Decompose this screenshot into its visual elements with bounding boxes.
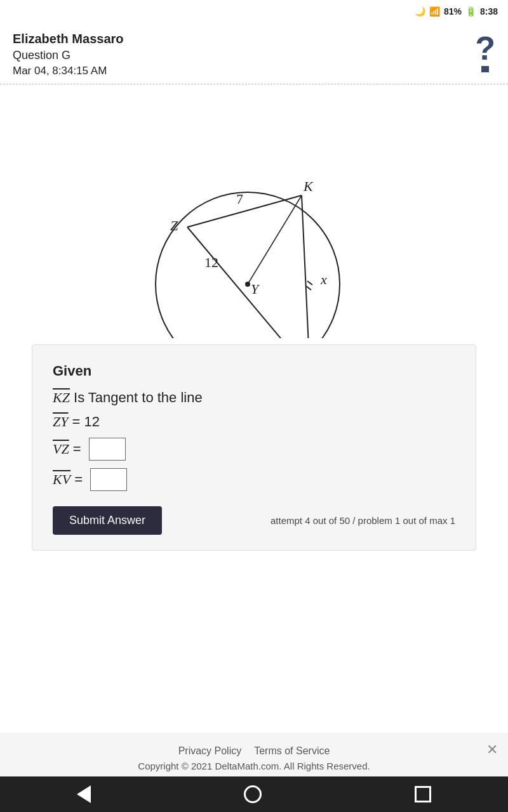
close-button[interactable]: ✕	[486, 743, 498, 757]
wifi-icon: 📶	[429, 6, 440, 16]
svg-text:12: 12	[204, 254, 218, 270]
time-display: 8:38	[480, 6, 498, 16]
terms-of-service-link[interactable]: Terms of Service	[254, 745, 330, 757]
given-label: Given	[53, 363, 455, 379]
home-button[interactable]	[244, 785, 262, 803]
recents-button[interactable]	[415, 786, 431, 802]
kv-overline: KV	[53, 471, 70, 488]
svg-line-14	[306, 286, 311, 290]
svg-text:K: K	[303, 178, 314, 194]
status-bar: 🌙 📶 81% 🔋 8:38	[0, 0, 508, 23]
svg-text:Y: Y	[251, 281, 260, 297]
main-content: Elizabeth Massaro Question G Mar 04, 8:3…	[0, 23, 508, 733]
vz-equation: VZ =	[53, 438, 455, 461]
svg-line-3	[302, 195, 310, 338]
recents-icon	[415, 786, 431, 802]
back-icon	[77, 785, 91, 803]
geometry-diagram: K Z Y V 7 12 x	[152, 97, 356, 338]
submit-row: Submit Answer attempt 4 out of 50 / prob…	[53, 506, 455, 535]
kz-overline: KZ	[53, 390, 70, 406]
kv-input[interactable]	[90, 468, 127, 491]
zy-equation: ZY = 12	[53, 414, 455, 430]
tangent-text: Is Tangent to the line	[70, 390, 203, 406]
svg-line-13	[307, 281, 312, 285]
svg-point-0	[156, 192, 340, 338]
kv-equation: KV =	[53, 468, 455, 491]
question-label: Question G	[13, 49, 124, 62]
moon-icon: 🌙	[415, 6, 425, 16]
zy-equals: = 12	[68, 414, 100, 430]
question-mark-icon: ?	[475, 32, 495, 65]
vz-input[interactable]	[89, 438, 126, 461]
help-button[interactable]: ?	[475, 32, 495, 72]
student-name: Elizabeth Massaro	[13, 32, 124, 46]
home-icon	[244, 785, 262, 803]
nav-bar	[0, 776, 508, 812]
diagram-area: K Z Y V 7 12 x	[0, 84, 508, 344]
svg-text:x: x	[320, 272, 327, 287]
vz-overline: VZ	[53, 441, 69, 457]
problem-card: Given KZ Is Tangent to the line ZY = 12 …	[32, 344, 476, 551]
footer-copyright: Copyright © 2021 DeltaMath.com. All Righ…	[138, 761, 370, 771]
tangent-line: KZ Is Tangent to the line	[53, 390, 455, 406]
battery-text: 81%	[444, 6, 462, 16]
status-icons: 🌙 📶 81% 🔋 8:38	[415, 6, 498, 16]
attempt-text: attempt 4 out of 50 / problem 1 out of m…	[271, 515, 455, 526]
back-button[interactable]	[77, 785, 91, 803]
zy-overline: ZY	[53, 414, 68, 430]
question-date: Mar 04, 8:34:15 AM	[13, 65, 124, 77]
header-info: Elizabeth Massaro Question G Mar 04, 8:3…	[13, 32, 124, 77]
privacy-policy-link[interactable]: Privacy Policy	[178, 745, 242, 757]
submit-button[interactable]: Submit Answer	[53, 506, 162, 535]
svg-line-2	[187, 195, 302, 227]
svg-text:Z: Z	[170, 218, 178, 233]
battery-icon: 🔋	[465, 6, 476, 16]
kv-equals-sign: =	[70, 471, 86, 488]
svg-text:7: 7	[236, 191, 243, 207]
footer-links: Privacy Policy Terms of Service	[178, 745, 330, 757]
vz-equals-sign: =	[69, 441, 85, 457]
header: Elizabeth Massaro Question G Mar 04, 8:3…	[0, 23, 508, 84]
help-icon-base	[481, 66, 489, 72]
footer: Privacy Policy Terms of Service Copyrigh…	[0, 733, 508, 776]
